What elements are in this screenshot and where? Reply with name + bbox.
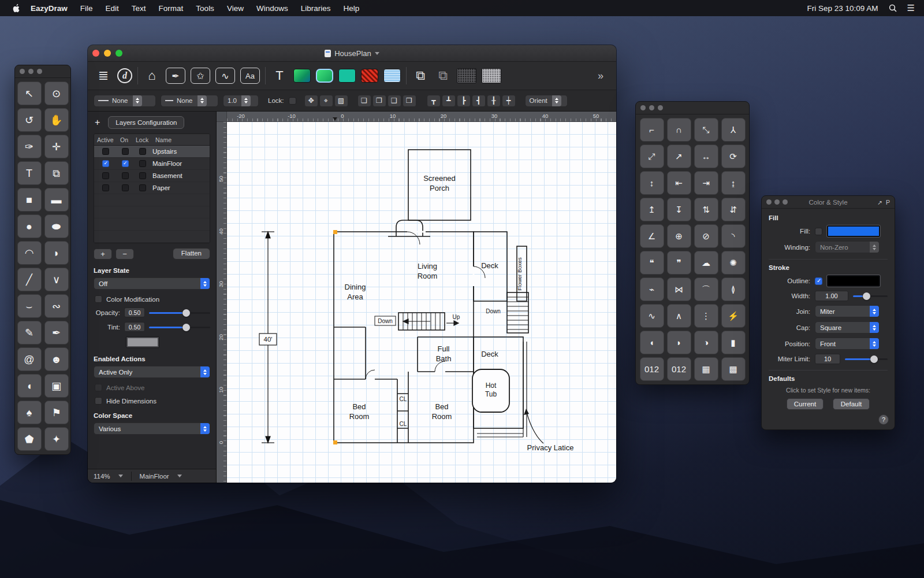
layer-row[interactable]: Paper: [94, 182, 210, 194]
eazydraw-logo-icon[interactable]: d: [117, 68, 132, 83]
opacity-value[interactable]: 0.50: [124, 307, 145, 317]
rotate-tool[interactable]: ↺: [17, 108, 42, 132]
arrow-line-tool[interactable]: ↗: [667, 144, 691, 168]
crossover-tool[interactable]: ⋈: [667, 277, 691, 301]
gem-shape-tool[interactable]: ✦: [44, 427, 69, 451]
drafting-icon[interactable]: ✒: [166, 68, 185, 84]
transform-icon[interactable]: ✥: [304, 95, 318, 107]
elbow-connector-tool[interactable]: ⌐: [640, 118, 664, 142]
select-arrow-tool[interactable]: ↖: [17, 81, 42, 105]
orient-select[interactable]: Orient: [525, 95, 568, 107]
layer-active-checkbox[interactable]: [102, 184, 109, 191]
width-slider[interactable]: [853, 292, 888, 300]
layer-on-checkbox[interactable]: [122, 148, 129, 155]
outline-checkbox[interactable]: [815, 277, 822, 285]
winding-dropdown[interactable]: Non-Zero: [815, 241, 880, 253]
layer-on-checkbox[interactable]: [122, 160, 129, 167]
layer-active-checkbox[interactable]: [102, 160, 109, 167]
tint-value[interactable]: 0.50: [124, 322, 145, 332]
menu-item[interactable]: Edit: [99, 4, 125, 13]
layer-state-dropdown[interactable]: Off: [94, 277, 210, 290]
tree-connector-tool[interactable]: ⅄: [721, 118, 746, 142]
color-space-dropdown[interactable]: Various: [94, 423, 210, 435]
dotted-path-tool[interactable]: ⋮: [694, 304, 718, 328]
group-button[interactable]: ❏: [357, 95, 371, 107]
rectangle-tool[interactable]: ■: [17, 188, 42, 212]
palette-mode-icon[interactable]: P: [886, 199, 890, 206]
rounded-rectangle-tool[interactable]: ▬: [44, 188, 69, 212]
opacity-slider[interactable]: [149, 309, 210, 317]
ellipse-tool[interactable]: ⬬: [44, 214, 69, 238]
offset-dimension-tool[interactable]: ⇵: [721, 198, 746, 221]
text-tool[interactable]: T: [17, 161, 42, 185]
add-layer-icon[interactable]: +: [94, 117, 101, 128]
rotate-dimension-tool[interactable]: ⟳: [721, 144, 746, 168]
align-button[interactable]: ┫: [472, 95, 486, 107]
silhouette-tool[interactable]: ☻: [44, 347, 69, 371]
pie-open-right-tool[interactable]: ◗: [667, 331, 691, 354]
freehand-tool[interactable]: ∾: [44, 294, 69, 318]
pie-open-left-tool[interactable]: ◖: [640, 331, 664, 354]
resize-dimension-tool[interactable]: ↨: [721, 171, 746, 195]
marquee-select-tool[interactable]: ⊙: [44, 81, 69, 105]
arc-tool[interactable]: ◠: [17, 241, 42, 265]
break-line-tool[interactable]: ⌁: [640, 277, 664, 301]
line-tool[interactable]: ╱: [17, 268, 42, 291]
notification-center-icon[interactable]: ☰: [907, 3, 915, 13]
shape-style-swatch[interactable]: [316, 69, 333, 83]
position-dropdown[interactable]: Front: [815, 338, 880, 350]
dot-screen-tool[interactable]: ▩: [721, 357, 746, 381]
leaf-shape-tool[interactable]: ♠: [17, 401, 42, 424]
wave-icon[interactable]: ∿: [215, 68, 235, 84]
anchor-line-tool[interactable]: ⤢: [640, 144, 664, 168]
default-button[interactable]: Default: [833, 398, 870, 410]
menu-app-name[interactable]: EazyDraw: [24, 4, 74, 13]
numbers-tool[interactable]: 012: [667, 357, 691, 381]
spotlight-icon[interactable]: [889, 4, 897, 12]
blue-pattern-swatch[interactable]: [383, 69, 401, 83]
tint-slider[interactable]: [149, 323, 210, 331]
menu-item[interactable]: Windows: [250, 4, 295, 13]
thought-bubble-tool[interactable]: ☁: [694, 251, 718, 275]
menu-item[interactable]: Libraries: [295, 4, 337, 13]
center-mark-tool[interactable]: ⊕: [667, 224, 691, 248]
light-grid-icon[interactable]: [482, 68, 501, 83]
selection-handle[interactable]: [333, 230, 337, 234]
inside-dimension-tool[interactable]: ⇤: [667, 171, 691, 195]
callout-bubble-tool[interactable]: ❞: [667, 251, 691, 275]
solid-fill-swatch[interactable]: [338, 69, 356, 83]
home-icon[interactable]: ⌂: [143, 66, 161, 86]
angle-dimension-tool[interactable]: ∠: [640, 224, 664, 248]
peak-line-tool[interactable]: ∧: [667, 304, 691, 328]
vertical-ruler[interactable]: 50403020100: [217, 122, 227, 483]
color-modification-checkbox[interactable]: [95, 295, 102, 303]
v-dimension-tool[interactable]: ↕: [640, 171, 664, 195]
add-layer-button[interactable]: +: [94, 249, 112, 260]
menu-item[interactable]: View: [221, 4, 250, 13]
miter-limit-field[interactable]: 10: [815, 354, 840, 364]
tint-color-well[interactable]: [126, 336, 159, 348]
center-point-icon[interactable]: ⌖: [319, 95, 333, 107]
align-button[interactable]: ┻: [442, 95, 456, 107]
menu-item[interactable]: File: [74, 4, 99, 13]
layer-lock-checkbox[interactable]: [139, 160, 146, 167]
layers-icon[interactable]: ≣: [95, 66, 112, 86]
drop-dimension-tool[interactable]: ↧: [667, 198, 691, 221]
width-field[interactable]: 1.00: [815, 291, 848, 301]
burst-callout-tool[interactable]: ✺: [721, 251, 746, 275]
h-dimension-tool[interactable]: ↔: [694, 144, 718, 168]
layer-active-checkbox[interactable]: [102, 148, 109, 155]
active-above-checkbox[interactable]: [95, 384, 102, 391]
cap-dropdown[interactable]: Square: [815, 321, 880, 334]
minimize-button[interactable]: [104, 50, 111, 57]
active-layer-select[interactable]: MainFloor: [140, 473, 182, 480]
zoom-button[interactable]: [116, 50, 122, 57]
layers-configuration-button[interactable]: Layers Configuration: [108, 116, 184, 129]
layer-row[interactable]: MainFloor: [94, 158, 210, 170]
brush-tool[interactable]: ✒: [44, 321, 69, 344]
word-art-icon[interactable]: Aa: [240, 68, 260, 84]
toolbar-overflow-icon[interactable]: »: [592, 66, 609, 86]
layer-on-checkbox[interactable]: [122, 172, 129, 179]
palette-titlebar[interactable]: Color & Style ↗ P: [762, 196, 895, 209]
star-icon[interactable]: ✩: [191, 68, 210, 84]
